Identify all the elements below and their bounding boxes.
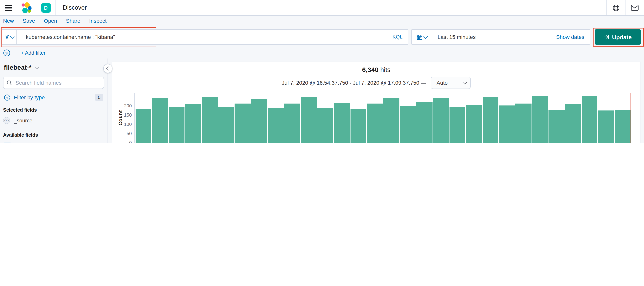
histogram-bar[interactable] (499, 106, 515, 143)
time-range-summary: Jul 7, 2020 @ 16:54:37.750 - Jul 7, 2020… (282, 80, 426, 86)
histogram-bar[interactable] (284, 103, 300, 143)
refresh-icon (604, 34, 609, 40)
y-axis-tick: 200 (116, 103, 132, 109)
histogram-bar[interactable] (549, 109, 565, 143)
histogram-bar[interactable] (400, 106, 416, 143)
y-axis-tick: 150 (116, 113, 132, 118)
filter-divider (14, 52, 18, 53)
index-pattern-title: filebeat-* (4, 64, 32, 72)
nav-item-open[interactable]: Open (44, 18, 57, 24)
search-icon (6, 80, 12, 85)
elastic-logo[interactable] (17, 2, 36, 13)
lifebuoy-icon (612, 4, 620, 11)
histogram-bar[interactable] (582, 96, 598, 143)
help-button[interactable] (607, 0, 625, 15)
header-divider (56, 0, 56, 15)
histogram-chart: Count 05010015020016:55:0016:56:0016:57:… (112, 90, 640, 143)
histogram-bar[interactable] (136, 109, 152, 143)
show-dates-button[interactable]: Show dates (556, 34, 584, 40)
nav-item-share[interactable]: Share (66, 18, 80, 24)
histogram-bar[interactable] (615, 110, 631, 143)
histogram-bar[interactable] (350, 109, 366, 143)
nav-item-save[interactable]: Save (23, 18, 35, 24)
string-field-type-icon: t (3, 142, 12, 143)
filter-icon (3, 49, 10, 56)
nav-item-new[interactable]: New (3, 18, 14, 24)
selected-fields-heading: Selected fields (3, 107, 104, 113)
histogram-bar[interactable] (482, 97, 498, 143)
histogram-bar[interactable] (565, 104, 581, 143)
field-item-_source[interactable]: </>_source (0, 115, 107, 126)
chevron-left-icon (106, 66, 110, 71)
histogram-bar[interactable] (218, 108, 234, 143)
add-filter-button[interactable]: + Add filter (21, 50, 46, 56)
histogram-bar[interactable] (367, 103, 383, 143)
newsfeed-button[interactable] (626, 0, 644, 15)
query-toolbar: NewSaveOpenShareInspect KQL (0, 15, 644, 58)
filter-count-badge: 0 (95, 94, 103, 101)
top-header: D Discover (0, 0, 644, 16)
date-picker: Last 15 minutes Show dates (411, 29, 590, 45)
quick-select-menu-button[interactable] (412, 30, 432, 44)
update-button[interactable]: Update (595, 29, 641, 45)
field-name: _source (14, 118, 32, 123)
query-bar: KQL (16, 29, 408, 45)
histogram-bar[interactable] (598, 110, 614, 143)
nav-item-inspect[interactable]: Inspect (89, 18, 106, 24)
index-pattern-switcher[interactable]: filebeat-* (4, 64, 103, 72)
histogram-bar[interactable] (202, 97, 218, 143)
field-search-input[interactable] (15, 79, 100, 86)
histogram-bar[interactable] (416, 102, 432, 143)
available-fields-list: t_idt_index#_scoret_type▦@timestamptagen… (0, 140, 107, 143)
hits-summary: 6,340 hits (112, 66, 640, 74)
histogram-bar[interactable] (152, 98, 168, 143)
histogram-bar[interactable] (532, 96, 548, 143)
elastic-logo-icon (22, 2, 32, 13)
page-title: Discover (63, 4, 87, 11)
hits-count: 6,340 (362, 66, 378, 73)
filter-by-type-button[interactable]: Filter by type 0 (4, 94, 103, 101)
histogram-bar[interactable] (334, 103, 350, 143)
histogram-bar[interactable] (516, 103, 532, 143)
query-language-button[interactable]: KQL (387, 32, 408, 41)
y-axis-tick: 0 (116, 140, 132, 143)
field-search-box (3, 77, 104, 89)
source-field-type-icon: </> (3, 117, 10, 124)
top-nav-menu: NewSaveOpenShareInspect (3, 18, 106, 24)
discover-app-badge[interactable]: D (41, 3, 51, 12)
hits-label: hits (380, 66, 390, 73)
collapse-sidebar-button[interactable] (103, 64, 112, 73)
histogram-bar[interactable] (301, 97, 317, 143)
histogram-bars (135, 93, 630, 143)
y-axis-tick: 100 (116, 122, 132, 127)
saved-query-menu-button[interactable] (2, 29, 16, 45)
mail-icon (631, 4, 638, 11)
histogram-bar[interactable] (384, 98, 400, 143)
query-row: KQL Last 15 minutes Show dates Update (0, 29, 644, 45)
chevron-down-icon (423, 34, 428, 39)
current-time-marker (630, 93, 631, 143)
time-range-value[interactable]: Last 15 minutes (438, 34, 476, 40)
chevron-down-icon (10, 34, 14, 39)
field-item-_id[interactable]: t_id (0, 140, 107, 143)
interval-select[interactable]: Auto (431, 77, 471, 89)
histogram-bar[interactable] (433, 98, 449, 143)
histogram-bar[interactable] (268, 108, 284, 143)
save-icon (4, 34, 10, 40)
histogram-plot-area: 05010015020016:55:0016:56:0016:57:0016:5… (134, 93, 630, 143)
query-input[interactable] (25, 33, 387, 40)
histogram-bar[interactable] (185, 104, 201, 143)
selected-fields-list: </>_source (0, 115, 107, 126)
interval-value: Auto (436, 80, 464, 86)
fields-sidebar: filebeat-* Filter by type 0 Selected fie… (0, 58, 108, 143)
histogram-bar[interactable] (450, 108, 466, 143)
chevron-down-icon (463, 80, 467, 84)
calendar-icon (416, 34, 422, 40)
histogram-bar[interactable] (235, 104, 251, 143)
menu-icon[interactable] (0, 4, 17, 11)
filter-bar: + Add filter (3, 48, 46, 58)
histogram-bar[interactable] (318, 108, 333, 143)
histogram-bar[interactable] (466, 105, 482, 143)
histogram-bar[interactable] (169, 107, 185, 143)
histogram-bar[interactable] (251, 99, 267, 143)
